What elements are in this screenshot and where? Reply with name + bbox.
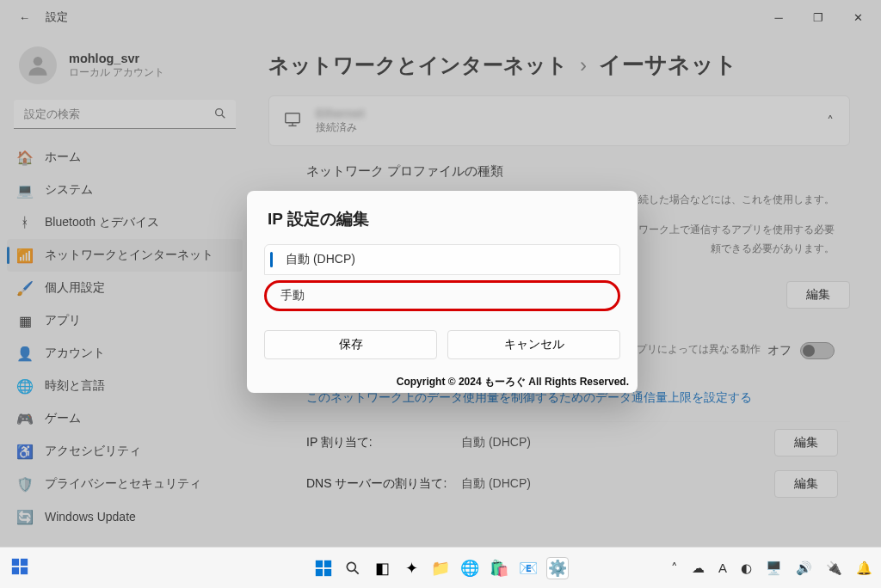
svg-rect-10 bbox=[316, 560, 323, 567]
svg-line-15 bbox=[354, 570, 359, 574]
svg-rect-12 bbox=[316, 568, 323, 575]
taskbar: ◧ ✦ 📁 🌐 🛍️ 📧 ⚙️ ˄ ☁ A ◐ 🖥️ 🔊 🔌 🔔 bbox=[0, 547, 881, 588]
tray-battery-icon[interactable]: 🔌 bbox=[826, 560, 842, 576]
outlook-icon[interactable]: 📧 bbox=[517, 557, 539, 579]
copilot-icon[interactable]: ✦ bbox=[400, 557, 422, 579]
ip-mode-option-auto[interactable]: 自動 (DHCP) bbox=[264, 244, 620, 275]
svg-rect-6 bbox=[12, 558, 19, 565]
ime-indicator[interactable]: A bbox=[718, 560, 727, 575]
start-icon[interactable] bbox=[312, 557, 335, 579]
dialog-cancel-button[interactable]: キャンセル bbox=[447, 330, 620, 359]
tray-network-icon[interactable]: 🖥️ bbox=[766, 560, 782, 576]
store-icon[interactable]: 🛍️ bbox=[488, 557, 510, 579]
ip-mode-option-manual[interactable]: 手動 bbox=[264, 280, 620, 311]
svg-rect-7 bbox=[21, 558, 28, 565]
widgets-icon[interactable] bbox=[10, 557, 29, 579]
settings-icon[interactable]: ⚙️ bbox=[546, 557, 569, 579]
dialog-save-button[interactable]: 保存 bbox=[264, 330, 437, 359]
explorer-icon[interactable]: 📁 bbox=[429, 557, 452, 579]
edge-icon[interactable]: 🌐 bbox=[459, 557, 481, 579]
svg-rect-13 bbox=[324, 568, 331, 575]
ip-settings-dialog: IP 設定の編集 自動 (DHCP) 手動 保存 キャンセル Copyright… bbox=[247, 191, 638, 393]
svg-rect-8 bbox=[12, 567, 19, 573]
tray-onedrive-icon[interactable]: ☁ bbox=[692, 560, 705, 576]
svg-point-14 bbox=[347, 562, 355, 571]
tray-volume-icon[interactable]: 🔊 bbox=[796, 560, 812, 576]
tray-chevron-icon[interactable]: ˄ bbox=[671, 560, 678, 576]
taskbar-search-icon[interactable] bbox=[342, 557, 364, 579]
dialog-title: IP 設定の編集 bbox=[247, 191, 638, 244]
task-view-icon[interactable]: ◧ bbox=[371, 557, 393, 579]
svg-rect-11 bbox=[324, 560, 331, 567]
svg-rect-9 bbox=[21, 567, 28, 573]
tray-notifications-icon[interactable]: 🔔 bbox=[856, 560, 872, 576]
tray-clock-icon[interactable]: ◐ bbox=[741, 560, 752, 576]
copyright: Copyright © 2024 もーろぐ All Rights Reserve… bbox=[247, 375, 638, 393]
